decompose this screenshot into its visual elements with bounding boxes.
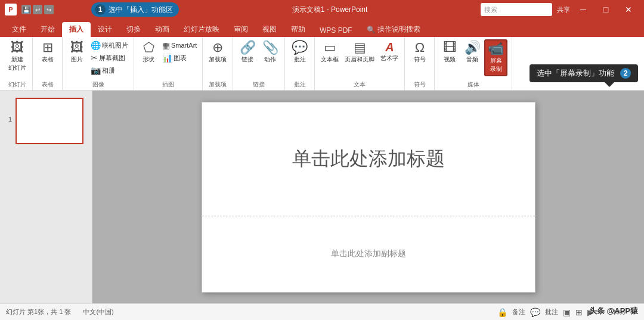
ribbon-group-media: 🎞 视频 🔊 音频 📹 屏幕 录制 媒体 [435, 37, 512, 90]
album-icon: 📷 [91, 66, 101, 75]
tab-animations[interactable]: 动画 [148, 22, 177, 37]
link-icon: 🔗 [240, 41, 256, 54]
search-box[interactable]: 搜索 [481, 3, 552, 16]
window-controls: ─ □ ✕ [572, 2, 639, 17]
slide-panel: 1 [0, 91, 92, 303]
ribbon-group-comments: 💬 批注 批注 [285, 37, 315, 90]
textbox-button[interactable]: ▭ 文本框 [318, 39, 341, 66]
redo-button[interactable]: ↪ [44, 5, 54, 14]
ribbon-group-illustrations-label: 插图 [162, 80, 174, 89]
watermark: 头条 @APP猿 [589, 306, 638, 316]
action-button[interactable]: 📎 动作 [259, 39, 281, 66]
ribbon-group-table-label: 表格 [42, 80, 54, 89]
new-slide-icon: 🖼 [11, 41, 24, 54]
ribbon-group-symbols: Ω 符号 符号 [405, 37, 435, 90]
action-icon: 📎 [262, 41, 278, 54]
video-button[interactable]: 🎞 视频 [439, 39, 460, 66]
slide-title-placeholder[interactable]: 单击此处添加标题 [202, 102, 535, 216]
symbol-button[interactable]: Ω 符号 [409, 39, 431, 66]
tab-insert[interactable]: 插入 [62, 22, 91, 37]
picture-icon: 🖼 [70, 41, 83, 54]
tooltip-badge-1: 1 选中「插入」功能区 [91, 2, 179, 17]
wordart-icon: A [385, 41, 394, 53]
tab-file[interactable]: 文件 [5, 22, 33, 37]
comment-button[interactable]: 💬 批注 [289, 39, 311, 66]
screenshot-button[interactable]: ✂ 屏幕截图 [89, 52, 130, 64]
smartart-button[interactable]: ▦ SmartArt [160, 39, 199, 51]
ribbon-group-slides-content: 🖼 新建 幻灯片 [6, 39, 29, 79]
tab-home[interactable]: 开始 [33, 22, 62, 37]
tab-wps-pdf[interactable]: WPS PDF [312, 24, 360, 37]
audio-button[interactable]: 🔊 音频 [462, 39, 483, 66]
status-bar: 幻灯片 第1张，共 1 张 中文(中国) 🔒 备注 💬 批注 ▣ ⊞ ▶ － 4… [0, 303, 644, 320]
slide-subtitle-text: 单击此处添加副标题 [331, 248, 406, 259]
main-area: 1 单击此处添加标题 单击此处添加副标题 [0, 91, 644, 303]
addins-icon: ⊕ [212, 41, 223, 54]
tab-help[interactable]: 帮助 [284, 22, 312, 37]
textbox-icon: ▭ [324, 41, 336, 54]
wordart-button[interactable]: A 艺术字 [378, 39, 401, 64]
tab-review[interactable]: 审阅 [227, 22, 255, 37]
tab-transitions[interactable]: 切换 [119, 22, 148, 37]
online-picture-button[interactable]: 🌐 联机图片 [89, 39, 130, 51]
album-button[interactable]: 📷 相册 [89, 64, 130, 76]
ribbon-tabs: 文件 开始 插入 设计 切换 动画 幻灯片放映 审阅 视图 帮助 WPS PDF… [0, 19, 644, 37]
shapes-icon: ⬠ [143, 41, 154, 54]
tab-slideshow[interactable]: 幻灯片放映 [177, 22, 227, 37]
ribbon-group-media-label: 媒体 [467, 80, 479, 89]
tooltip-badge-1-text: 选中「插入」功能区 [109, 5, 173, 15]
share-button[interactable]: 共享 [557, 5, 570, 14]
slide-number-1: 1 [8, 98, 12, 123]
tab-search-hint[interactable]: 🔍 操作说明搜索 [360, 22, 428, 37]
minimize-button[interactable]: ─ [572, 2, 594, 17]
comments-label[interactable]: 批注 [545, 307, 558, 316]
header-footer-button[interactable]: ▤ 页眉和页脚 [342, 39, 377, 66]
save-button[interactable]: 💾 [21, 5, 31, 14]
notes-label[interactable]: 备注 [512, 307, 525, 316]
chart-button[interactable]: 📊 图表 [160, 52, 199, 64]
slide-subtitle-placeholder[interactable]: 单击此处添加副标题 [202, 216, 535, 292]
tab-view[interactable]: 视图 [255, 22, 284, 37]
ribbon-group-comments-label: 批注 [294, 80, 306, 89]
ribbon-group-addins-label: 加载项 [209, 80, 227, 89]
ribbon-group-table: ⊞ 表格 表格 [33, 37, 63, 90]
online-picture-icon: 🌐 [91, 41, 101, 50]
picture-button[interactable]: 🖼 图片 [66, 39, 88, 66]
badge-2-number: 2 [620, 68, 631, 79]
screenshot-icon: ✂ [91, 53, 98, 63]
ribbon-group-addins: ⊕ 加载项 加载项 [203, 37, 233, 90]
addins-button[interactable]: ⊕ 加载项 [206, 39, 229, 66]
title-bar: P 💾 ↩ ↪ 1 选中「插入」功能区 演示文稿1 - PowerPoint [0, 0, 644, 19]
slide-count-info: 幻灯片 第1张，共 1 张 [6, 307, 71, 316]
view-grid-icon[interactable]: ⊞ [575, 307, 583, 317]
comment-icon: 💬 [292, 41, 308, 54]
shapes-button[interactable]: ⬠ 形状 [138, 39, 159, 66]
video-icon: 🎞 [443, 41, 456, 54]
undo-button[interactable]: ↩ [33, 5, 42, 14]
close-button[interactable]: ✕ [618, 2, 639, 17]
audio-icon: 🔊 [465, 41, 481, 54]
ribbon-group-text-label: 文本 [354, 80, 366, 89]
maximize-button[interactable]: □ [595, 2, 617, 17]
tooltip-2: 选中「屏幕录制」功能 2 [530, 64, 638, 82]
slide-list-item-1[interactable]: 1 [2, 95, 89, 147]
canvas-area: 单击此处添加标题 单击此处添加副标题 [92, 91, 644, 303]
view-normal-icon[interactable]: ▣ [563, 307, 571, 317]
ribbon-group-slides: 🖼 新建 幻灯片 幻灯片 [2, 37, 33, 90]
tab-design[interactable]: 设计 [91, 22, 119, 37]
comments-icon: 💬 [530, 307, 540, 317]
window-title: 演示文稿1 - PowerPoint [179, 5, 481, 15]
ribbon-group-slides-label: 幻灯片 [8, 80, 26, 89]
language-info: 中文(中国) [83, 307, 113, 316]
ribbon-group-images-label: 图像 [92, 80, 104, 89]
slide-canvas[interactable]: 单击此处添加标题 单击此处添加副标题 [202, 102, 535, 293]
image-col: 🌐 联机图片 ✂ 屏幕截图 📷 相册 [89, 39, 130, 76]
ribbon-group-symbols-label: 符号 [414, 80, 426, 89]
header-footer-icon: ▤ [354, 41, 366, 54]
slide-thumbnail-1[interactable] [16, 98, 83, 144]
table-button[interactable]: ⊞ 表格 [37, 39, 58, 66]
link-button[interactable]: 🔗 链接 [237, 39, 258, 66]
new-slide-button[interactable]: 🖼 新建 幻灯片 [6, 39, 29, 74]
title-bar-left: P 💾 ↩ ↪ 1 选中「插入」功能区 [5, 2, 179, 17]
screen-recording-button[interactable]: 📹 屏幕 录制 [484, 39, 507, 76]
